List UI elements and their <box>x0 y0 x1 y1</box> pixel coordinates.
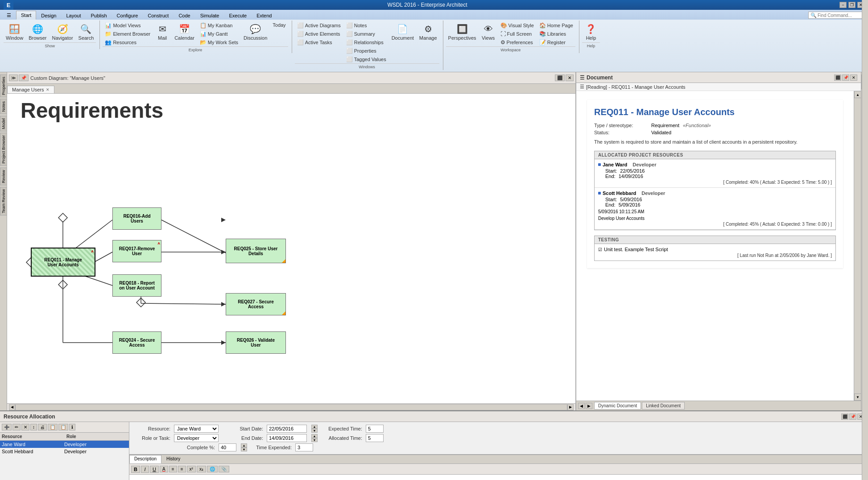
res-paste-btn[interactable]: 📋 <box>58 424 68 430</box>
node-req026[interactable]: REQ026 - ValidateUser <box>226 331 286 354</box>
res-sort-btn[interactable]: ↕ <box>30 424 37 430</box>
review-tab[interactable]: Review <box>0 168 7 186</box>
doc-scrollbar[interactable]: ▲ ▼ <box>854 91 861 401</box>
res-add-btn[interactable]: ➕ <box>2 424 12 430</box>
tab-configure[interactable]: Configure <box>112 11 143 20</box>
search-button[interactable]: 🔍 Search <box>76 21 96 42</box>
doc-close-button[interactable]: ✕ <box>850 74 857 81</box>
diagram-scrollbar-v[interactable] <box>862 0 868 480</box>
tab-start[interactable]: Start <box>16 11 36 20</box>
diagram-tab-close[interactable]: ✕ <box>46 87 50 92</box>
resources-button[interactable]: 👥Resources <box>103 38 153 46</box>
preferences-button[interactable]: ⚙Preferences <box>498 38 536 46</box>
today-button[interactable]: Today <box>270 21 288 29</box>
toolbar-expand-button[interactable]: ≫ <box>9 74 18 81</box>
res-print-btn[interactable]: 🖨 <box>38 424 47 430</box>
doc-pin-button[interactable]: 📌 <box>842 74 849 81</box>
tab-layout[interactable]: Layout <box>61 11 86 20</box>
resource-select[interactable]: Jane Ward <box>174 425 219 433</box>
resource-row-1[interactable]: Scott Hebbard Developer <box>0 448 129 455</box>
summary-button[interactable]: ⬜Summary <box>344 30 389 38</box>
register-button[interactable]: 📝Register <box>537 38 575 46</box>
node-req011[interactable]: REQ011 - ManageUser Accounts A <box>31 248 95 277</box>
toolbar-pin-button[interactable]: 📌 <box>19 74 29 81</box>
bottom-pin-button[interactable]: 📌 <box>849 414 856 420</box>
horizontal-scrollbar[interactable] <box>15 404 567 410</box>
discussion-button[interactable]: 💬 Discussion <box>241 21 269 42</box>
properties-tab[interactable]: Properties <box>0 74 7 97</box>
history-tab[interactable]: History <box>161 455 185 463</box>
tab-simulate[interactable]: Simulate <box>195 11 224 20</box>
startdate-up[interactable]: ▲ <box>311 425 318 429</box>
tab-execute[interactable]: Execute <box>224 11 252 20</box>
home-page-button[interactable]: 🏠Home Page <box>537 21 575 29</box>
node-req017[interactable]: REQ017-RemoveUser A <box>112 240 161 262</box>
node-req025[interactable]: REQ025 - Store UserDetails <box>226 239 286 263</box>
project-browser-tab[interactable]: Project Browser <box>0 133 7 166</box>
my-kanban-button[interactable]: 📋My Kanban <box>198 21 240 29</box>
properties-button[interactable]: ⬜Properties <box>344 47 389 55</box>
manage-button[interactable]: ⚙ Manage <box>417 21 439 42</box>
node-req024[interactable]: REQ024 - SecureAccess <box>112 331 161 354</box>
mail-button[interactable]: ✉ Mail <box>153 21 171 42</box>
libraries-button[interactable]: 📚Libraries <box>537 30 575 38</box>
startdate-input[interactable] <box>267 425 307 433</box>
tab-design[interactable]: Design <box>36 11 61 20</box>
res-del-btn[interactable]: ✕ <box>21 424 29 430</box>
res-edit-btn[interactable]: ✏ <box>12 424 21 430</box>
doc-float-button[interactable]: ⬛ <box>834 74 841 81</box>
tab-construct[interactable]: Construct <box>143 11 174 20</box>
complete-down[interactable]: ▼ <box>241 447 247 451</box>
format-list-ul[interactable]: ≡ <box>169 466 177 472</box>
doc-nav-next[interactable]: ▶ <box>586 403 592 409</box>
tab-code[interactable]: Code <box>174 11 195 20</box>
help-button[interactable]: ❓ Help <box>582 21 600 42</box>
format-link[interactable]: 🌐 <box>207 466 218 472</box>
active-elements-button[interactable]: ⬜Active Elements <box>295 30 343 38</box>
restore-button[interactable]: ❐ <box>848 2 856 8</box>
allocated-input[interactable] <box>366 434 384 442</box>
roletask-select[interactable]: Developer <box>174 434 219 442</box>
format-italic[interactable]: I <box>141 466 149 473</box>
notes-tab[interactable]: Notes <box>0 99 7 114</box>
format-list-ol[interactable]: ≡ <box>178 466 186 472</box>
visual-style-button[interactable]: 🎨Visual Style <box>498 21 536 29</box>
res-copy-btn[interactable]: 📋 <box>48 424 58 430</box>
active-diagrams-button[interactable]: ⬜Active Diagrams <box>295 21 343 29</box>
model-views-button[interactable]: 📊Model Views <box>103 21 153 29</box>
views-button[interactable]: 👁 Views <box>479 21 497 42</box>
diagram-tab-manage-users[interactable]: Manage Users ✕ <box>7 86 54 93</box>
startdate-down[interactable]: ▼ <box>311 429 318 433</box>
perspectives-button[interactable]: 🔲 Perspectives <box>446 21 479 42</box>
complete-input[interactable] <box>219 443 236 451</box>
navigator-button[interactable]: 🧭 Navigator <box>50 21 75 42</box>
element-browser-button[interactable]: 📁Element Browser <box>103 30 153 38</box>
find-input[interactable] <box>818 13 862 18</box>
doc-tab-linked[interactable]: Linked Document <box>642 402 685 410</box>
enddate-input[interactable] <box>267 434 307 442</box>
active-tasks-button[interactable]: ⬜Active Tasks <box>295 38 343 46</box>
calendar-button[interactable]: 📅 Calendar <box>172 21 197 42</box>
scrollbar-left-btn[interactable]: ◀ <box>9 404 15 410</box>
complete-up[interactable]: ▲ <box>241 443 247 447</box>
tab-publish[interactable]: Publish <box>86 11 112 20</box>
doc-scroll-up[interactable]: ▲ <box>854 91 861 98</box>
resource-row-0[interactable]: Jane Ward Developer <box>0 441 129 448</box>
window-button[interactable]: 🪟 Window <box>4 21 25 42</box>
scrollbar-right-btn[interactable]: ▶ <box>567 404 574 410</box>
full-screen-button[interactable]: ⛶Full Screen <box>498 30 536 38</box>
app-logo[interactable]: E <box>4 0 13 10</box>
description-tab[interactable]: Description <box>129 455 161 463</box>
expected-input[interactable] <box>366 425 384 433</box>
format-bold[interactable]: B <box>131 466 140 473</box>
res-info-btn[interactable]: ℹ <box>69 424 75 430</box>
format-superscript[interactable]: x² <box>187 466 196 472</box>
format-underline[interactable]: U <box>150 466 159 473</box>
enddate-down[interactable]: ▼ <box>311 438 318 442</box>
tab-extend[interactable]: Extend <box>252 11 277 20</box>
node-req016[interactable]: REQ016-AddUsers <box>112 207 161 230</box>
doc-nav-prev[interactable]: ◀ <box>578 403 585 409</box>
browser-button[interactable]: 🌐 Browser <box>26 21 49 42</box>
format-subscript[interactable]: x₂ <box>197 466 206 472</box>
tab-app-menu[interactable]: ☰ <box>2 11 16 20</box>
